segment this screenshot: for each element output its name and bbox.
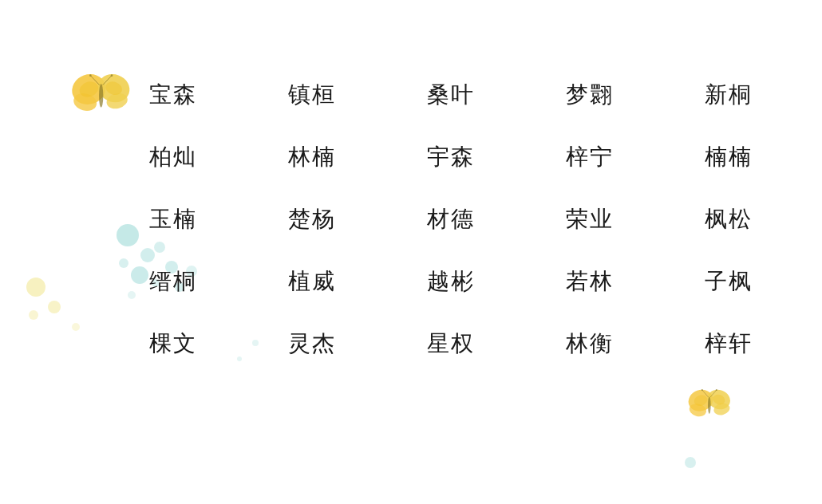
- name-cell-13: 荣业: [520, 204, 659, 234]
- name-cell-0: 宝森: [104, 80, 243, 110]
- name-cell-18: 若林: [520, 266, 659, 297]
- name-cell-15: 缙桐: [104, 266, 243, 297]
- svg-point-37: [701, 389, 703, 391]
- name-cell-3: 梦翾: [520, 80, 659, 110]
- svg-point-12: [29, 310, 38, 320]
- name-cell-12: 材德: [381, 204, 520, 234]
- name-cell-8: 梓宁: [520, 142, 659, 172]
- butterfly-bottom-right-icon: [686, 384, 734, 424]
- name-cell-19: 子枫: [659, 266, 798, 297]
- name-cell-1: 镇桓: [243, 80, 381, 110]
- name-cell-20: 棵文: [104, 329, 243, 359]
- name-cell-17: 越彬: [381, 266, 520, 297]
- name-cell-5: 柏灿: [104, 142, 243, 172]
- name-cell-2: 桑叶: [381, 80, 520, 110]
- name-cell-14: 枫松: [659, 204, 798, 234]
- name-cell-23: 林衡: [520, 329, 659, 359]
- name-cell-7: 宇森: [381, 142, 520, 172]
- svg-point-26: [89, 74, 92, 77]
- name-cell-6: 林楠: [243, 142, 381, 172]
- name-cell-21: 灵杰: [243, 329, 381, 359]
- name-cell-16: 植威: [243, 266, 381, 297]
- name-cell-10: 玉楠: [104, 204, 243, 234]
- svg-point-27: [111, 74, 113, 77]
- name-cell-22: 星权: [381, 329, 520, 359]
- name-grid: 宝森镇桓桑叶梦翾新桐柏灿林楠宇森梓宁楠楠玉楠楚杨材德荣业枫松缙桐植威越彬若林子枫…: [104, 80, 798, 359]
- svg-point-14: [685, 457, 696, 468]
- svg-point-38: [716, 389, 717, 391]
- svg-point-11: [48, 301, 61, 313]
- svg-point-23: [99, 84, 103, 107]
- svg-point-34: [708, 396, 711, 414]
- name-cell-11: 楚杨: [243, 204, 381, 234]
- name-cell-4: 新桐: [659, 80, 798, 110]
- name-cell-24: 梓轩: [659, 329, 798, 359]
- name-cell-9: 楠楠: [659, 142, 798, 172]
- svg-point-10: [26, 278, 45, 297]
- svg-point-13: [72, 323, 80, 331]
